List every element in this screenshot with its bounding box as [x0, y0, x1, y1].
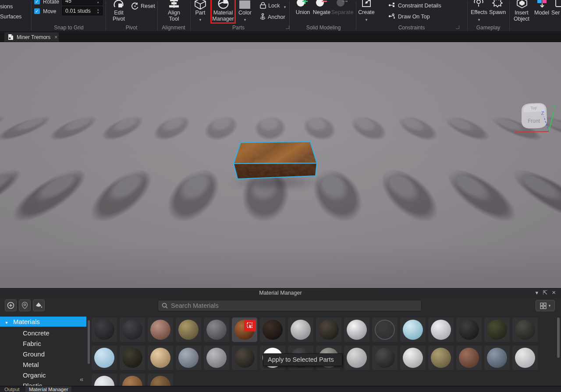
apply-to-selected-parts-button[interactable] — [244, 320, 256, 331]
view-cube-top-label[interactable]: Top — [530, 106, 537, 110]
lock-dropdown-chevron[interactable]: ▾ — [284, 5, 286, 9]
material-swatch-cobblestone[interactable] — [176, 317, 201, 342]
material-variant-pin-button[interactable] — [19, 299, 31, 311]
model-button[interactable]: Model — [533, 10, 550, 16]
insert-object-button[interactable]: Insert Object — [511, 10, 532, 22]
material-manager-titlebar[interactable]: Material Manager ▾ ⇱ × — [0, 289, 561, 297]
material-swatch-rock[interactable] — [372, 346, 398, 370]
color-button[interactable]: Color — [237, 10, 253, 16]
material-swatch-metal[interactable] — [204, 346, 229, 370]
material-swatch-force-field[interactable] — [372, 317, 398, 342]
tree-item-plastic[interactable]: Plastic — [0, 381, 86, 386]
service-button-clipped[interactable]: Ser — [551, 10, 560, 16]
view-cube[interactable]: Top Front X Y Z — [512, 98, 561, 144]
move-checkbox[interactable]: ✓ — [34, 8, 40, 14]
material-swatch-ice[interactable] — [92, 346, 117, 370]
material-manager-tab[interactable]: Material Manager — [25, 386, 71, 392]
move-value-field[interactable]: 0.01 studs — [62, 7, 103, 15]
material-swatch-leafy-grass[interactable] — [120, 346, 145, 370]
edit-pivot-icon[interactable] — [113, 0, 124, 10]
effects-icon[interactable] — [473, 0, 484, 7]
view-cube-front-label[interactable]: Front — [528, 118, 540, 124]
color-dropdown-chevron[interactable]: ▾ — [244, 18, 246, 22]
tree-item-metal[interactable]: Metal — [0, 360, 86, 370]
reset-icon[interactable] — [131, 2, 139, 10]
spawn-icon[interactable] — [492, 0, 503, 7]
material-swatch-sand[interactable] — [428, 346, 454, 370]
part-dropdown-chevron[interactable]: ▾ — [199, 18, 202, 22]
move-stepper[interactable]: ▴▾ — [97, 8, 99, 14]
material-swatch-brick[interactable] — [148, 317, 173, 342]
material-swatch-glass[interactable] — [428, 317, 454, 342]
material-swatch-ground[interactable] — [512, 317, 538, 342]
search-materials-input[interactable] — [171, 302, 418, 309]
negate-icon[interactable] — [315, 0, 328, 9]
tree-item-materials-selected[interactable]: ▾Materials — [0, 317, 86, 327]
material-swatch-concrete[interactable] — [204, 317, 229, 342]
create-dropdown-chevron[interactable]: ▾ — [366, 18, 368, 22]
color-swatch-icon[interactable] — [239, 0, 250, 9]
material-swatch-foil[interactable] — [344, 317, 369, 342]
edit-pivot-button[interactable]: Edit Pivot — [108, 10, 129, 22]
material-manager-button[interactable]: Material Manager — [212, 10, 234, 22]
tree-scrollbar[interactable] — [88, 320, 90, 364]
insert-object-icon[interactable] — [516, 0, 528, 8]
constraint-details-button[interactable]: Constraint Details — [398, 3, 441, 9]
part-button[interactable]: Part — [192, 10, 209, 16]
draw-on-top-icon[interactable] — [388, 13, 395, 20]
anchor-icon[interactable] — [259, 13, 266, 20]
union-button[interactable]: Union — [294, 9, 312, 15]
material-swatch-granite[interactable] — [456, 317, 482, 342]
tree-item-concrete[interactable]: Concrete — [0, 328, 86, 339]
search-materials-field[interactable] — [158, 300, 422, 311]
constraints-launcher-icon[interactable] — [456, 25, 459, 29]
create-constraint-button[interactable]: Create — [356, 9, 376, 15]
effects-dropdown-chevron[interactable]: ▾ — [478, 18, 480, 22]
material-swatch-salt[interactable] — [400, 346, 426, 370]
viewport-3d[interactable]: Top Front X Y Z — [0, 42, 561, 289]
panel-close-icon[interactable]: × — [552, 289, 556, 296]
tree-item-fabric[interactable]: Fabric — [0, 339, 86, 349]
rotate-stepper[interactable]: ▾ — [97, 1, 99, 4]
create-constraint-icon[interactable] — [362, 0, 371, 7]
material-swatch-smooth-plastic[interactable] — [512, 346, 538, 370]
material-swatch-slate[interactable] — [484, 346, 510, 370]
panel-collapse-icon[interactable]: ▾ — [535, 290, 538, 296]
panel-dock-icon[interactable]: ⇱ — [543, 290, 547, 296]
material-swatch-cracked-lava[interactable] — [260, 317, 285, 342]
document-tab-close-icon[interactable]: × — [54, 34, 57, 40]
draw-on-top-button[interactable]: Draw On Top — [398, 14, 430, 20]
material-swatch-diamond-plate[interactable] — [288, 317, 313, 342]
chevron-down-icon[interactable]: ▾ — [0, 317, 13, 328]
effects-button[interactable]: Effects — [469, 9, 489, 15]
material-swatch-wood[interactable] — [120, 374, 145, 386]
output-tab[interactable]: Output — [1, 386, 23, 392]
material-swatch-asphalt[interactable] — [92, 317, 117, 342]
rotate-value-field[interactable]: 45 — [62, 0, 103, 5]
lock-button[interactable]: Lock — [268, 3, 280, 9]
spawn-button[interactable]: Spawn — [487, 9, 508, 15]
lock-icon[interactable] — [260, 2, 266, 9]
union-icon[interactable] — [296, 0, 309, 9]
parts-launcher-icon[interactable] — [286, 25, 289, 29]
selected-part-corroded-metal[interactable] — [226, 130, 327, 187]
material-swatch-wood-planks[interactable] — [148, 374, 173, 386]
material-swatch-plastic[interactable] — [344, 346, 369, 370]
constraint-details-icon[interactable] — [388, 2, 395, 9]
material-swatch-corroded-metal[interactable] — [232, 317, 257, 342]
document-tab[interactable]: Miner Tremors × — [4, 32, 59, 42]
model-icon[interactable] — [536, 0, 548, 8]
material-swatch-basalt[interactable] — [120, 317, 145, 342]
anchor-button[interactable]: Anchor — [268, 14, 285, 20]
part-icon[interactable] — [194, 0, 206, 10]
add-material-button[interactable] — [5, 299, 17, 311]
material-swatch-glacier[interactable] — [400, 317, 426, 342]
material-swatch-grass[interactable] — [484, 317, 510, 342]
apply-paint-button[interactable] — [33, 299, 45, 311]
rotate-checkbox[interactable]: ✓ — [34, 0, 40, 4]
material-swatch-sandstone[interactable] — [456, 346, 482, 370]
tree-item-organic[interactable]: Organic — [0, 370, 86, 381]
material-swatch-fabric[interactable] — [316, 317, 341, 342]
service-icon-clipped[interactable] — [555, 0, 561, 8]
material-swatch-snow[interactable] — [92, 374, 117, 386]
